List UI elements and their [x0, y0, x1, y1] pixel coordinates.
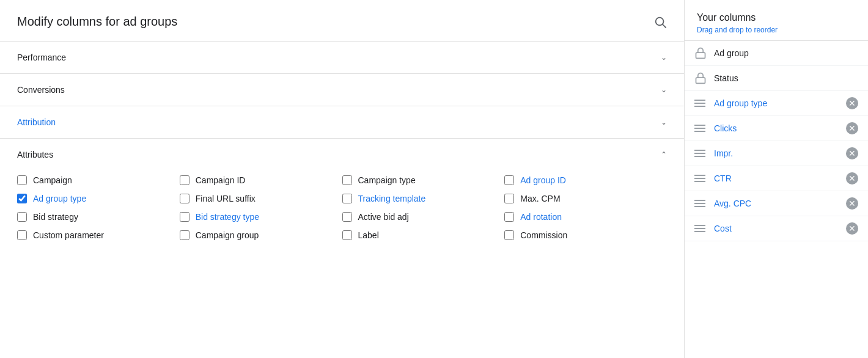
active-bid-adj-checkbox[interactable]	[342, 212, 352, 222]
column-item-cost[interactable]: Cost ✕	[685, 216, 868, 241]
column-item-avg-cpc[interactable]: Avg. CPC ✕	[685, 191, 868, 216]
bid-strategy-type-label: Bid strategy type	[196, 212, 259, 222]
chevron-down-icon: ⌄	[661, 118, 667, 126]
campaign-group-label: Campaign group	[196, 230, 259, 240]
bid-strategy-checkbox[interactable]	[17, 212, 27, 222]
remove-clicks-button[interactable]: ✕	[846, 122, 858, 134]
checkbox-tracking-template[interactable]: Tracking template	[342, 194, 505, 203]
column-avg-cpc-label: Avg. CPC	[714, 199, 839, 208]
drag-handle-icon[interactable]	[694, 172, 707, 184]
column-ad-group-label: Ad group	[714, 48, 858, 58]
checkbox-custom-parameter[interactable]: Custom parameter	[17, 230, 180, 240]
section-attributes-header[interactable]: Attributes ⌃	[0, 139, 684, 170]
section-attribution-header[interactable]: Attribution ⌄	[0, 106, 684, 138]
right-panel-header: Your columns Drag and drop to reorder	[685, 0, 868, 41]
remove-ctr-button[interactable]: ✕	[846, 172, 858, 184]
checkbox-bid-strategy[interactable]: Bid strategy	[17, 212, 180, 222]
drag-handle-icon[interactable]	[694, 222, 707, 235]
chevron-down-icon: ⌄	[661, 53, 667, 62]
column-impr-label: Impr.	[714, 148, 839, 158]
svg-rect-3	[696, 78, 705, 83]
label-checkbox[interactable]	[342, 230, 352, 240]
checkbox-campaign-group[interactable]: Campaign group	[180, 230, 342, 240]
column-ctr-label: CTR	[714, 174, 839, 183]
column-item-clicks[interactable]: Clicks ✕	[685, 116, 868, 141]
campaign-type-checkbox[interactable]	[342, 175, 352, 185]
column-clicks-label: Clicks	[714, 123, 839, 133]
section-conversions-label: Conversions	[17, 85, 65, 95]
max-cpm-label: Max. CPM	[520, 194, 560, 203]
attributes-grid: Campaign Campaign ID Campaign type Ad gr…	[17, 175, 667, 240]
ad-group-type-label: Ad group type	[33, 194, 86, 203]
section-performance-label: Performance	[17, 53, 66, 62]
bid-strategy-type-checkbox[interactable]	[180, 212, 189, 222]
bid-strategy-label: Bid strategy	[33, 212, 78, 222]
section-attribution-label: Attribution	[17, 117, 56, 127]
checkbox-label[interactable]: Label	[342, 230, 505, 240]
ad-rotation-label: Ad rotation	[520, 212, 562, 222]
column-item-ad-group: Ad group	[685, 41, 868, 66]
page-title: Modify columns for ad groups	[17, 15, 177, 29]
ad-group-type-checkbox[interactable]	[17, 194, 27, 203]
checkbox-final-url-suffix[interactable]: Final URL suffix	[180, 194, 342, 203]
ad-group-id-checkbox[interactable]	[504, 175, 514, 185]
ad-rotation-checkbox[interactable]	[504, 212, 514, 222]
column-item-ad-group-type[interactable]: Ad group type ✕	[685, 91, 868, 116]
search-icon[interactable]	[653, 15, 667, 29]
campaign-group-checkbox[interactable]	[180, 230, 189, 240]
drag-handle-icon[interactable]	[694, 147, 707, 159]
section-conversions-header[interactable]: Conversions ⌄	[0, 74, 684, 106]
checkbox-ad-group-type[interactable]: Ad group type	[17, 194, 180, 203]
drag-handle-icon[interactable]	[694, 122, 707, 134]
custom-parameter-label: Custom parameter	[33, 230, 104, 240]
remove-impr-button[interactable]: ✕	[846, 147, 858, 159]
svg-line-1	[663, 24, 666, 27]
checkbox-max-cpm[interactable]: Max. CPM	[504, 194, 667, 203]
campaign-label: Campaign	[33, 175, 72, 185]
drag-handle-icon[interactable]	[694, 197, 707, 210]
section-attribution: Attribution ⌄	[0, 106, 684, 138]
column-item-impr[interactable]: Impr. ✕	[685, 141, 868, 166]
tracking-template-checkbox[interactable]	[342, 194, 352, 203]
checkbox-campaign[interactable]: Campaign	[17, 175, 180, 185]
ad-group-id-label: Ad group ID	[520, 175, 566, 185]
column-item-ctr[interactable]: CTR ✕	[685, 166, 868, 191]
remove-ad-group-type-button[interactable]: ✕	[846, 97, 858, 109]
commission-label: Commission	[520, 230, 567, 240]
campaign-id-checkbox[interactable]	[180, 175, 189, 185]
column-item-status: Status	[685, 66, 868, 91]
checkbox-active-bid-adj[interactable]: Active bid adj	[342, 212, 505, 222]
drag-handle-icon[interactable]	[694, 97, 707, 109]
custom-parameter-checkbox[interactable]	[17, 230, 27, 240]
checkbox-bid-strategy-type[interactable]: Bid strategy type	[180, 212, 342, 222]
checkbox-ad-rotation[interactable]: Ad rotation	[504, 212, 667, 222]
active-bid-adj-label: Active bid adj	[358, 212, 409, 222]
column-cost-label: Cost	[714, 224, 839, 233]
final-url-suffix-label: Final URL suffix	[196, 194, 256, 203]
lock-icon	[694, 72, 707, 84]
chevron-up-icon: ⌃	[661, 150, 667, 159]
lock-icon	[694, 47, 707, 59]
label-label: Label	[358, 230, 379, 240]
checkbox-ad-group-id[interactable]: Ad group ID	[504, 175, 667, 185]
section-attributes-label: Attributes	[17, 150, 53, 159]
column-status-label: Status	[714, 73, 858, 83]
right-panel-subtitle: Drag and drop to reorder	[697, 26, 856, 34]
header: Modify columns for ad groups	[0, 0, 684, 41]
remove-cost-button[interactable]: ✕	[846, 222, 858, 235]
max-cpm-checkbox[interactable]	[504, 194, 514, 203]
section-performance: Performance ⌄	[0, 41, 684, 73]
remove-avg-cpc-button[interactable]: ✕	[846, 197, 858, 210]
campaign-id-label: Campaign ID	[196, 175, 246, 185]
checkbox-campaign-type[interactable]: Campaign type	[342, 175, 505, 185]
section-conversions: Conversions ⌄	[0, 73, 684, 106]
commission-checkbox[interactable]	[504, 230, 514, 240]
section-performance-header[interactable]: Performance ⌄	[0, 42, 684, 73]
attributes-content: Campaign Campaign ID Campaign type Ad gr…	[0, 170, 684, 252]
campaign-checkbox[interactable]	[17, 175, 27, 185]
right-panel-title: Your columns	[697, 12, 856, 23]
final-url-suffix-checkbox[interactable]	[180, 194, 189, 203]
checkbox-campaign-id[interactable]: Campaign ID	[180, 175, 342, 185]
checkbox-commission[interactable]: Commission	[504, 230, 667, 240]
left-panel: Modify columns for ad groups Performance…	[0, 0, 685, 358]
